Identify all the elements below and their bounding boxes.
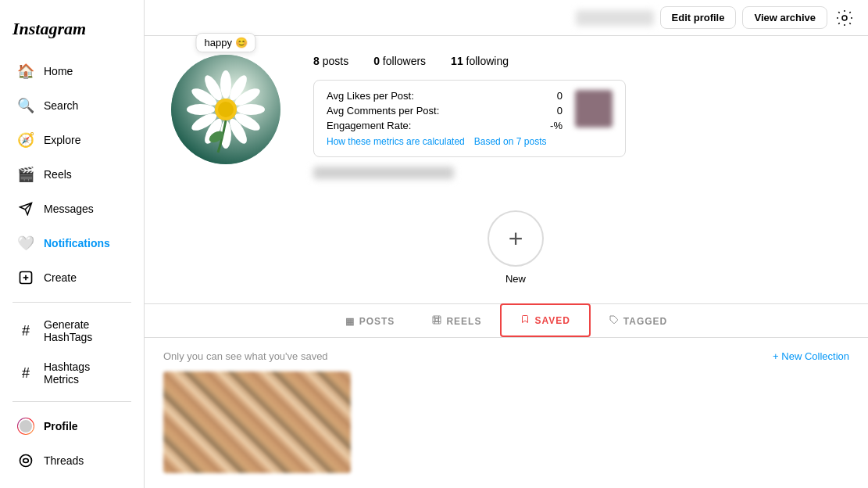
- sidebar-label-threads: Threads: [44, 454, 84, 467]
- saved-grid: [163, 371, 849, 473]
- tabs-bar: ▦ POSTS REELS SAVED: [145, 303, 868, 338]
- posts-tab-label: POSTS: [359, 316, 395, 327]
- profile-info: 8 posts 0 followers 11 following Avg Lik…: [313, 55, 849, 185]
- sidebar-label-search: Search: [44, 99, 78, 112]
- create-icon: [17, 269, 34, 286]
- tab-tagged[interactable]: TAGGED: [591, 303, 686, 337]
- new-collection-button[interactable]: + New Collection: [773, 350, 849, 362]
- tab-reels[interactable]: REELS: [413, 303, 500, 337]
- metrics-links: How these metrics are calculated Based o…: [327, 136, 563, 147]
- messages-icon: [17, 200, 34, 217]
- avg-comments-row: Avg Comments per Post: 0: [327, 105, 563, 117]
- sidebar-item-reels[interactable]: 🎬 Reels: [5, 158, 139, 191]
- tagged-tab-label: TAGGED: [623, 316, 667, 327]
- sidebar-divider-2: [13, 401, 131, 402]
- sidebar-label-reels: Reels: [44, 168, 72, 181]
- sidebar-item-search[interactable]: 🔍 Search: [5, 89, 139, 122]
- saved-note: Only you can see what you've saved: [163, 350, 328, 362]
- followers-stat: 0 followers: [373, 55, 426, 67]
- sidebar-item-messages[interactable]: Messages: [5, 192, 139, 225]
- app-logo: Instagram: [0, 9, 144, 55]
- new-post-label: New: [505, 273, 526, 285]
- sidebar-item-explore[interactable]: 🧭 Explore: [5, 124, 139, 156]
- main-content: Edit profile View archive happy 😊: [145, 0, 868, 488]
- svg-point-3: [20, 455, 32, 467]
- home-icon: 🏠: [17, 63, 34, 80]
- saved-image: [163, 371, 351, 473]
- sidebar-item-create[interactable]: Create: [5, 261, 139, 294]
- sidebar-item-hashtag-metrics[interactable]: # Hashtags Metrics: [5, 353, 139, 393]
- svg-rect-21: [433, 316, 441, 324]
- avg-comments-label: Avg Comments per Post:: [327, 105, 439, 117]
- hashtag-icon: #: [17, 322, 34, 339]
- profile-pic-area: happy 😊: [163, 55, 288, 164]
- svg-point-15: [187, 104, 215, 115]
- metrics-left: Avg Likes per Post: 0 Avg Comments per P…: [327, 90, 563, 147]
- sidebar-item-more[interactable]: ☰ More: [5, 479, 139, 488]
- profile-avatar: [17, 418, 34, 435]
- saved-tab-icon: [520, 314, 530, 326]
- sidebar-label-messages: Messages: [44, 203, 94, 215]
- svg-point-22: [435, 318, 438, 321]
- sidebar-nav: 🏠 Home 🔍 Search 🧭 Explore 🎬 Reels Messag…: [0, 55, 144, 488]
- tagged-tab-icon: [609, 315, 619, 327]
- saved-section: Only you can see what you've saved + New…: [145, 338, 868, 486]
- notifications-icon: 🤍: [17, 235, 34, 252]
- reels-tab-label: REELS: [446, 316, 481, 327]
- sidebar-item-profile[interactable]: Profile: [5, 410, 139, 443]
- topbar: Edit profile View archive: [145, 0, 868, 36]
- reels-icon: 🎬: [17, 166, 34, 183]
- posts-tab-icon: ▦: [345, 316, 355, 327]
- sidebar-item-home[interactable]: 🏠 Home: [5, 55, 139, 88]
- settings-gear-icon[interactable]: [834, 7, 855, 29]
- profile-picture[interactable]: [171, 55, 280, 164]
- posts-stat: 8 posts: [313, 55, 348, 67]
- how-calculated-link[interactable]: How these metrics are calculated: [327, 136, 465, 147]
- explore-icon: 🧭: [17, 131, 34, 149]
- svg-point-6: [220, 70, 231, 99]
- based-on-link[interactable]: Based on 7 posts: [474, 136, 547, 147]
- hashtag-metrics-icon: #: [17, 364, 34, 382]
- sidebar-label-profile: Profile: [44, 420, 78, 432]
- new-post-area: + New: [145, 198, 868, 303]
- new-post-button[interactable]: +: [488, 210, 544, 267]
- reels-tab-icon: [432, 315, 441, 327]
- sidebar-label-create: Create: [44, 271, 77, 284]
- saved-tab-label: SAVED: [534, 315, 570, 326]
- engagement-label: Engagement Rate:: [327, 120, 411, 131]
- view-archive-button[interactable]: View archive: [742, 6, 827, 29]
- sidebar-label-hashtag-metrics: Hashtags Metrics: [44, 361, 127, 386]
- edit-profile-button[interactable]: Edit profile: [660, 6, 737, 29]
- sidebar-label-notifications: Notifications: [44, 237, 110, 249]
- saved-header: Only you can see what you've saved + New…: [163, 350, 849, 362]
- svg-point-19: [218, 102, 234, 117]
- sidebar-item-threads[interactable]: Threads: [5, 444, 139, 477]
- avg-likes-row: Avg Likes per Post: 0: [327, 90, 563, 102]
- svg-point-4: [842, 16, 847, 20]
- tab-saved[interactable]: SAVED: [500, 303, 590, 337]
- avg-likes-value: 0: [557, 90, 563, 102]
- following-stat: 11 following: [451, 55, 509, 67]
- metrics-box: Avg Likes per Post: 0 Avg Comments per P…: [313, 80, 626, 157]
- sidebar-divider: [13, 302, 131, 303]
- profile-tooltip: happy 😊: [195, 33, 255, 52]
- sidebar-label-explore: Explore: [44, 134, 80, 146]
- metrics-thumbnail: [575, 90, 613, 127]
- svg-point-9: [237, 104, 265, 115]
- sidebar-label-hashtags: Generate HashTags: [44, 318, 127, 343]
- profile-stats: 8 posts 0 followers 11 following: [313, 55, 849, 67]
- profile-bio-blurred: [313, 167, 454, 179]
- sidebar-item-hashtags[interactable]: # Generate HashTags: [5, 310, 139, 351]
- profile-pic-wrapper: happy 😊: [171, 55, 280, 164]
- engagement-row: Engagement Rate: -%: [327, 120, 563, 131]
- threads-icon: [17, 452, 34, 469]
- sidebar: Instagram 🏠 Home 🔍 Search 🧭 Explore 🎬 Re…: [0, 0, 145, 488]
- avg-comments-value: 0: [557, 105, 563, 117]
- tab-posts[interactable]: ▦ POSTS: [327, 303, 414, 337]
- avg-likes-label: Avg Likes per Post:: [327, 90, 414, 102]
- sidebar-item-notifications[interactable]: 🤍 Notifications: [5, 227, 139, 260]
- engagement-value: -%: [550, 120, 563, 131]
- sidebar-label-home: Home: [44, 65, 73, 77]
- search-icon: 🔍: [17, 97, 34, 114]
- profile-section: happy 😊: [145, 36, 868, 198]
